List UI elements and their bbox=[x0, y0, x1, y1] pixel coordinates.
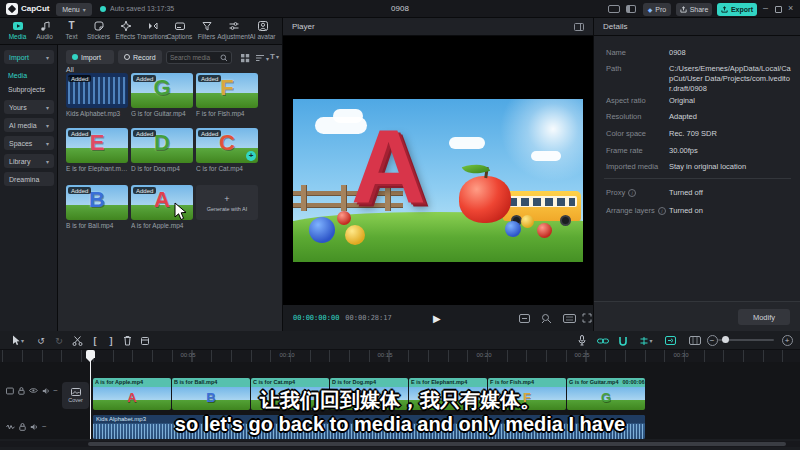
detail-value-imported: Stay in original location bbox=[669, 162, 791, 172]
mark-button[interactable] bbox=[138, 334, 152, 347]
detail-value-arrange: Turned on bbox=[669, 206, 791, 216]
details-header: Details bbox=[594, 18, 800, 36]
pro-button[interactable]: ◆Pro bbox=[643, 3, 671, 16]
record-button[interactable]: Record bbox=[118, 50, 162, 64]
info-icon[interactable]: i bbox=[658, 207, 666, 215]
zoom-in-button[interactable]: + bbox=[780, 334, 794, 347]
panel-toggle-icon[interactable] bbox=[626, 5, 636, 13]
modify-button[interactable]: Modify bbox=[738, 309, 790, 325]
grid-view-icon[interactable] bbox=[240, 53, 250, 63]
detail-value-path: C:/Users/Emenes/AppData/Local/CapCut/Use… bbox=[669, 64, 791, 94]
sidebar-item-media[interactable]: Media bbox=[8, 72, 27, 79]
tab-audio[interactable]: Audio bbox=[31, 20, 58, 44]
timeline-ruler[interactable]: 00:05 00:10 00:15 00:20 00:25 00:30 bbox=[0, 350, 800, 362]
magnet-icon bbox=[618, 336, 628, 346]
added-badge: Added bbox=[68, 75, 91, 82]
media-item-f-fish[interactable]: FAdded F is for Fish.mp4 bbox=[196, 73, 258, 117]
zoom-slider-knob[interactable] bbox=[722, 336, 729, 343]
tab-captions[interactable]: Captions bbox=[166, 20, 193, 44]
magnet-toggle[interactable] bbox=[616, 334, 630, 347]
tab-effects[interactable]: Effects bbox=[112, 20, 139, 44]
split-button[interactable] bbox=[70, 334, 84, 347]
export-button[interactable]: Export bbox=[717, 3, 757, 16]
tab-media[interactable]: Media bbox=[4, 20, 31, 44]
tab-text[interactable]: T Text bbox=[58, 20, 85, 44]
snap-toggle-dropdown[interactable]: ▾ bbox=[636, 334, 656, 347]
timeline-zoom-slider[interactable] bbox=[718, 339, 774, 341]
current-time: 00:00:00:00 bbox=[293, 314, 339, 322]
import-button[interactable]: Import bbox=[66, 50, 114, 64]
sidebar-item-subprojects[interactable]: Subprojects bbox=[8, 86, 45, 93]
details-footer: Modify bbox=[594, 301, 800, 331]
layout-toggle-icon[interactable] bbox=[608, 5, 620, 13]
undo-button[interactable]: ↺ bbox=[34, 334, 48, 347]
sort-dropdown[interactable]: ▾ bbox=[255, 53, 269, 63]
delete-left-button[interactable]: [ bbox=[88, 334, 102, 347]
apple bbox=[459, 176, 511, 223]
link-toggle[interactable] bbox=[596, 334, 610, 347]
scrollbar-thumb[interactable] bbox=[88, 442, 786, 446]
cover-view-button[interactable] bbox=[688, 334, 702, 347]
detail-label-resolution: Resolution bbox=[606, 112, 641, 121]
detail-value-colorspace: Rec. 709 SDR bbox=[669, 129, 791, 139]
zoom-out-button[interactable]: − bbox=[705, 334, 719, 347]
delete-right-button[interactable]: ] bbox=[104, 334, 118, 347]
added-badge: Added bbox=[68, 130, 91, 137]
redo-button[interactable]: ↻ bbox=[52, 334, 66, 347]
detail-value-framerate: 30.00fps bbox=[669, 146, 791, 156]
sidebar-item-import[interactable]: Import▾ bbox=[4, 50, 54, 64]
delete-button[interactable] bbox=[120, 334, 134, 347]
type-filter-dropdown[interactable]: T ▾ bbox=[270, 52, 279, 61]
sidebar-item-ai-media[interactable]: AI media▾ bbox=[4, 118, 54, 132]
add-to-timeline-button[interactable]: + bbox=[246, 151, 256, 161]
player-title: Player bbox=[292, 22, 315, 31]
sidebar-item-yours[interactable]: Yours▾ bbox=[4, 100, 54, 114]
clip-duration: 00:00:06:09 bbox=[623, 378, 645, 387]
horizontal-scrollbar[interactable] bbox=[0, 441, 800, 447]
media-icon bbox=[12, 20, 24, 32]
preview-toggle-dropdown[interactable] bbox=[660, 334, 680, 347]
media-item-g-guitar[interactable]: GAdded G is for Guitar.mp4 bbox=[131, 73, 193, 117]
fullscreen-icon[interactable] bbox=[582, 313, 592, 323]
adjustment-icon bbox=[228, 20, 240, 32]
media-item-e-elephant[interactable]: EAdded E is for Elephant.mp4 bbox=[66, 128, 128, 172]
panel-layout-icon[interactable] bbox=[574, 23, 584, 31]
chevron-down-icon: ▾ bbox=[46, 140, 49, 147]
minimize-button[interactable]: – bbox=[763, 3, 768, 13]
maximize-button[interactable] bbox=[775, 6, 782, 13]
detail-value-name: 0908 bbox=[669, 48, 791, 58]
added-badge: Added bbox=[68, 187, 91, 194]
media-item-d-dog[interactable]: DAdded D is for Dog.mp4 bbox=[131, 128, 193, 172]
tab-transitions[interactable]: Transitions bbox=[139, 20, 166, 44]
sidebar-item-dreamina[interactable]: Dreamina bbox=[4, 172, 54, 186]
tab-stickers[interactable]: Stickers bbox=[85, 20, 112, 44]
ratio-icon[interactable] bbox=[563, 314, 576, 323]
voiceover-button[interactable] bbox=[575, 334, 589, 347]
tab-adjustment[interactable]: Adjustment bbox=[220, 20, 247, 44]
ruler-label: 00:20 bbox=[473, 352, 495, 358]
select-tool-dropdown[interactable]: ▾ bbox=[8, 334, 28, 347]
tab-ai-avatar[interactable]: AI avatar bbox=[249, 20, 276, 44]
video-viewport[interactable]: A bbox=[283, 36, 593, 305]
media-item-kids-alphabet[interactable]: Added Kids Alphabet.mp3 bbox=[66, 73, 128, 117]
playhead-grip[interactable] bbox=[86, 350, 95, 358]
fit-zoom-icon[interactable] bbox=[541, 313, 552, 324]
search-input[interactable] bbox=[170, 54, 220, 61]
info-icon[interactable]: i bbox=[628, 189, 636, 197]
school-bus bbox=[503, 191, 581, 221]
tab-filters[interactable]: Filters bbox=[193, 20, 220, 44]
media-item-b-ball[interactable]: BAdded B is for Ball.mp4 bbox=[66, 185, 128, 229]
ruler-label: 00:30 bbox=[670, 352, 692, 358]
section-label: All bbox=[66, 66, 74, 73]
generate-with-ai-button[interactable]: + Generate with AI bbox=[196, 185, 258, 220]
capcut-app: { "colors": { "accent": "#32d5c4", "clip… bbox=[0, 0, 800, 450]
quality-icon[interactable] bbox=[519, 314, 530, 323]
ruler-label: 00:15 bbox=[374, 352, 396, 358]
play-button[interactable]: ▶ bbox=[433, 313, 441, 324]
search-box[interactable] bbox=[166, 51, 232, 64]
share-button[interactable]: Share bbox=[676, 3, 712, 16]
sidebar-item-library[interactable]: Library▾ bbox=[4, 154, 54, 168]
media-item-c-cat[interactable]: CAdded+ C is for Cat.mp4 bbox=[196, 128, 258, 172]
sidebar-item-spaces[interactable]: Spaces▾ bbox=[4, 136, 54, 150]
close-button[interactable]: × bbox=[788, 3, 793, 13]
